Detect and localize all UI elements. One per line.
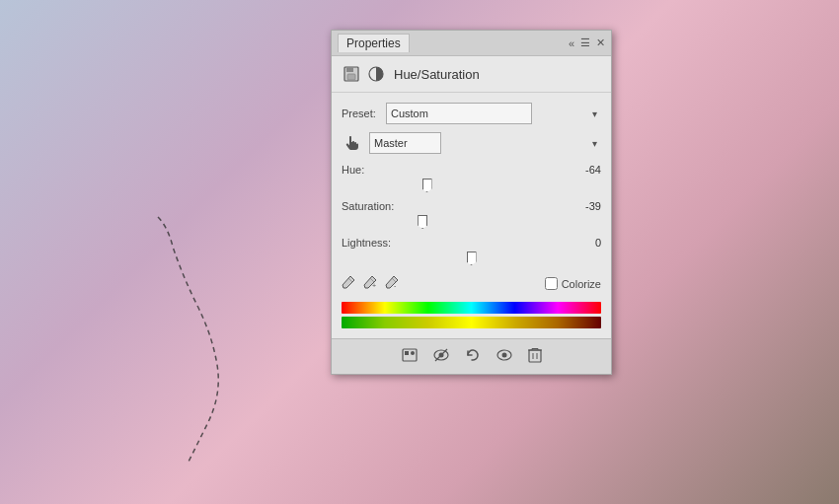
saturation-slider-row: Saturation: -39 (342, 200, 601, 229)
lightness-header: Lightness: 0 (342, 237, 601, 249)
saturation-label: Saturation: (342, 200, 394, 212)
add-mask-icon[interactable] (402, 347, 418, 367)
panel-footer (332, 338, 611, 374)
colorize-checkbox[interactable] (545, 277, 558, 290)
collapse-icon[interactable]: « (569, 37, 574, 49)
sample-color-icon[interactable] (342, 275, 355, 292)
eyedropper-row: + - Colorize (342, 275, 601, 292)
hue-label: Hue: (342, 164, 364, 176)
visibility-icon[interactable] (433, 347, 449, 367)
trash-icon[interactable] (528, 347, 542, 367)
on-image-tool-icon[interactable] (342, 133, 361, 153)
svg-text:-: - (394, 282, 397, 289)
saturation-header: Saturation: -39 (342, 200, 601, 212)
add-sample-icon[interactable]: + (363, 275, 377, 292)
close-icon[interactable]: ✕ (596, 36, 605, 49)
menu-icon[interactable]: ☰ (580, 36, 590, 49)
adjustment-header: Hue/Saturation (332, 56, 611, 93)
lightness-slider-row: Lightness: 0 (342, 237, 601, 265)
adjustment-layer-icon[interactable] (366, 64, 386, 84)
svg-rect-2 (347, 74, 355, 80)
properties-tab[interactable]: Properties (338, 34, 410, 52)
svg-rect-10 (405, 351, 409, 355)
eye-icon[interactable] (496, 347, 512, 367)
svg-rect-17 (529, 350, 541, 362)
properties-panel: Properties « ☰ ✕ Hue/Saturati (331, 30, 612, 375)
panel-title: Hue/Saturation (394, 67, 480, 82)
panel-window-controls: « ☰ ✕ (569, 36, 605, 49)
colorize-label[interactable]: Colorize (545, 277, 601, 290)
svg-point-16 (501, 352, 506, 357)
source-spectrum-bar (342, 302, 601, 314)
hue-value: -64 (585, 164, 601, 176)
preset-row: Preset: CustomDefaultCyanotypeIncrease S… (342, 103, 601, 124)
saturation-slider[interactable] (342, 218, 601, 226)
hue-slider-row: Hue: -64 (342, 164, 601, 192)
subtract-sample-icon[interactable]: - (385, 275, 399, 292)
header-icons (342, 64, 386, 84)
panel-titlebar: Properties « ☰ ✕ (332, 31, 611, 56)
colorize-text: Colorize (562, 278, 601, 290)
color-bars (342, 302, 601, 328)
saturation-value: -39 (585, 200, 601, 212)
panel-body: Preset: CustomDefaultCyanotypeIncrease S… (332, 93, 611, 338)
svg-text:+: + (372, 282, 376, 289)
result-spectrum-bar (342, 317, 601, 328)
undo-icon[interactable] (465, 347, 481, 367)
channel-row: MasterRedsYellowsGreensCyansBluesMagenta… (342, 132, 601, 154)
lightness-value: 0 (595, 237, 601, 249)
channel-select[interactable]: MasterRedsYellowsGreensCyansBluesMagenta… (369, 132, 441, 154)
lightness-slider[interactable] (342, 254, 601, 262)
preset-select-wrapper: CustomDefaultCyanotypeIncrease Saturatio… (386, 103, 601, 124)
save-icon[interactable] (342, 64, 361, 84)
lightness-label: Lightness: (342, 237, 391, 249)
channel-select-wrapper: MasterRedsYellowsGreensCyansBluesMagenta… (369, 132, 601, 154)
preset-select[interactable]: CustomDefaultCyanotypeIncrease Saturatio… (386, 103, 532, 124)
svg-rect-11 (411, 351, 415, 355)
hue-slider[interactable] (342, 181, 601, 189)
hue-header: Hue: -64 (342, 164, 601, 176)
svg-rect-1 (346, 67, 353, 72)
preset-label: Preset: (342, 108, 386, 119)
